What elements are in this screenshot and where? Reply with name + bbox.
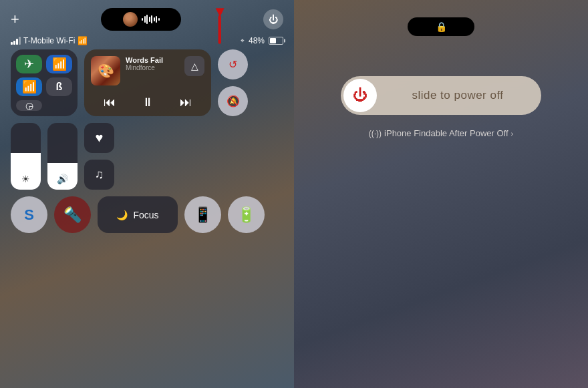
album-art <box>91 56 120 85</box>
media-controls: ⏮ ⏸ ⏭ <box>91 93 204 110</box>
volume-icon: 🔊 <box>57 174 68 184</box>
lock-pill: 🔒 <box>408 17 474 36</box>
top-bar: + ⏻ <box>0 0 294 36</box>
hotspot-icon: 📶 <box>52 57 67 71</box>
carrier-label: T-Mobile Wi-Fi <box>23 36 75 45</box>
rewind-button[interactable]: ⏮ <box>104 95 116 110</box>
sliders-right: ♥ ♫ <box>84 123 114 190</box>
status-right: ⌖ 48% <box>241 36 283 45</box>
connectivity-block: ✈ 📶 📶 ß ◶ <box>11 49 78 116</box>
power-symbol-icon: ⏻ <box>353 87 368 104</box>
song-title: Words Fail <box>126 56 184 64</box>
top-right-col: ↺ 🔕 <box>218 49 248 116</box>
rotation-lock-icon: ↺ <box>229 58 237 71</box>
battery-fill <box>270 38 276 43</box>
sliders-area: ☀ 🔊 <box>11 123 78 190</box>
cc-grid: ✈ 📶 📶 ß ◶ Wo <box>0 49 294 233</box>
di-waveform <box>142 14 160 25</box>
media-top: Words Fail Mindforce △ <box>91 56 204 85</box>
plus-button[interactable]: + <box>11 11 19 28</box>
brightness-icon: ☀ <box>21 174 30 184</box>
wifi-icon: 📶 <box>78 36 88 45</box>
right-panel: 🔒 ⏻ slide to power off ((·)) iPhone Find… <box>294 0 588 388</box>
airdrop-button[interactable]: ◶ <box>16 100 42 111</box>
di-avatar <box>123 12 138 27</box>
song-artist: Mindforce <box>126 64 184 71</box>
left-panel: + ⏻ T-M <box>0 0 294 388</box>
remote-button[interactable]: 📱 <box>184 196 221 233</box>
media-player: Words Fail Mindforce △ ⏮ ⏸ ⏭ <box>84 49 211 116</box>
slide-to-power-text: slide to power off <box>377 89 539 102</box>
airdrop-icon: ◶ <box>25 100 33 111</box>
airplane-icon: ✈ <box>24 57 34 71</box>
play-pause-button[interactable]: ⏸ <box>142 95 154 110</box>
hotspot-button[interactable]: 📶 <box>46 55 72 73</box>
airplane-button[interactable]: ✈ <box>16 55 42 73</box>
findable-after-power-off[interactable]: ((·)) iPhone Findable After Power Off › <box>369 128 513 138</box>
sliders-row: ☀ 🔊 ♥ ♫ <box>11 123 283 190</box>
wifi-button[interactable]: 📶 <box>16 77 42 96</box>
battery-icon <box>269 37 283 45</box>
flashlight-button[interactable]: 🔦 <box>54 196 91 233</box>
moon-icon: 🌙 <box>116 210 128 220</box>
heart-icon: ♥ <box>96 130 104 146</box>
status-left: T-Mobile Wi-Fi 📶 <box>11 36 88 45</box>
shazam-icon: S <box>24 206 34 224</box>
power-button[interactable]: ⏻ <box>263 9 283 29</box>
brightness-slider[interactable]: ☀ <box>11 123 41 190</box>
remote-icon: 📱 <box>194 206 212 224</box>
battery-widget-icon: 🔋 <box>237 206 255 224</box>
shazam-button[interactable]: S <box>11 196 47 233</box>
cc-top-row: ✈ 📶 📶 ß ◶ Wo <box>11 49 283 116</box>
bluetooth-button[interactable]: ß <box>46 77 72 96</box>
signal-bars-icon <box>11 37 21 45</box>
status-bar: T-Mobile Wi-Fi 📶 ⌖ 48% <box>0 36 294 49</box>
findable-label: iPhone Findable After Power Off <box>384 128 508 138</box>
bluetooth-icon: ß <box>56 81 63 93</box>
red-arrow <box>202 5 235 48</box>
location-icon: ⌖ <box>241 37 245 45</box>
music-button[interactable]: ♫ <box>84 160 114 190</box>
battery-widget-button[interactable]: 🔋 <box>228 196 265 233</box>
flashlight-icon: 🔦 <box>63 206 82 224</box>
slide-to-power-slider[interactable]: ⏻ slide to power off <box>341 76 541 115</box>
fast-forward-button[interactable]: ⏭ <box>180 95 192 110</box>
airtag-icon: ((·)) <box>369 129 382 138</box>
music-icon: ♫ <box>95 168 104 182</box>
power-slider-handle[interactable]: ⏻ <box>343 79 377 112</box>
focus-label: Focus <box>133 210 158 220</box>
mute-button[interactable]: 🔕 <box>218 86 248 116</box>
cc-bottom-row: S 🔦 🌙 Focus 📱 🔋 <box>11 196 283 233</box>
media-info: Words Fail Mindforce <box>126 56 184 71</box>
dynamic-island[interactable] <box>101 8 181 31</box>
heart-button[interactable]: ♥ <box>84 123 114 153</box>
wifi-toggle-icon: 📶 <box>22 79 37 94</box>
airplay-icon: △ <box>191 61 198 71</box>
mute-icon: 🔕 <box>227 95 240 108</box>
screen-record-button[interactable]: ↺ <box>218 49 248 79</box>
lock-icon: 🔒 <box>436 21 447 32</box>
power-icon: ⏻ <box>269 14 278 25</box>
focus-button[interactable]: 🌙 Focus <box>98 196 178 233</box>
volume-slider[interactable]: 🔊 <box>47 123 78 190</box>
battery-percent: 48% <box>249 36 265 45</box>
chevron-right-icon: › <box>511 130 514 138</box>
airplay-button[interactable]: △ <box>184 56 204 76</box>
